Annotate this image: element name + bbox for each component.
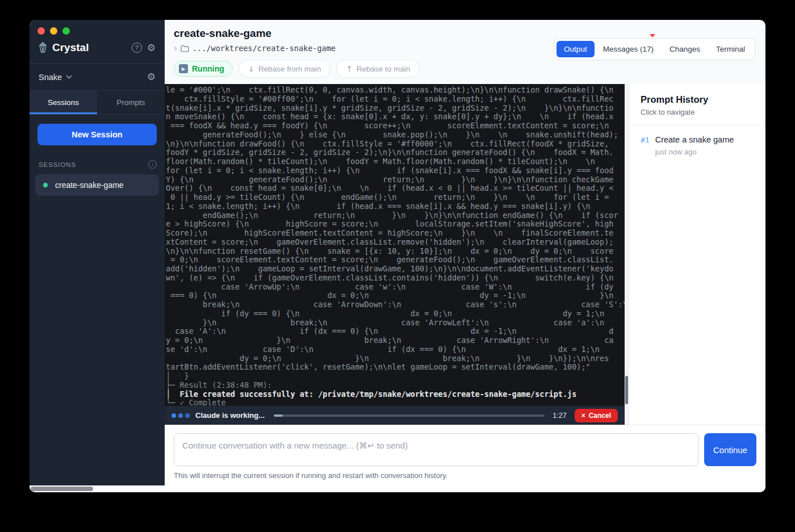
continue-button[interactable]: Continue	[704, 433, 756, 466]
prompt-history-subtitle: Click to navigate	[641, 108, 754, 116]
tab-prompts[interactable]: Prompts	[97, 91, 165, 114]
working-status-bar: Claude is working... 1:27 × Cancel	[165, 406, 625, 425]
notification-caret-icon	[650, 34, 655, 37]
terminal-line: le = '#000';\n ctx.fillRect(0, 0, canvas…	[166, 86, 625, 95]
progress-bar	[274, 414, 545, 417]
sessions-header: SESSIONS i	[30, 153, 165, 174]
play-icon: ▶	[179, 64, 188, 73]
terminal-line: Score);\n highScoreElement.textContent =…	[166, 229, 625, 238]
result-close-brace: │ }	[166, 372, 625, 381]
session-name: create-snake-game	[55, 181, 124, 190]
rebase-to-main-button[interactable]: ↑ Rebase to main	[336, 60, 420, 78]
tab-messages[interactable]: Messages (17)	[596, 41, 661, 57]
tab-sessions[interactable]: Sessions	[30, 91, 97, 114]
terminal-line: ctx.fillStyle = '#00ff00';\n for (let i …	[166, 95, 625, 104]
terminal-code-lines: le = '#000';\n ctx.fillRect(0, 0, canvas…	[166, 86, 625, 372]
terminal-line: y = 0;\n }\n break;\n case 'ArrowRight':…	[166, 336, 625, 345]
session-list-item[interactable]: create-snake-game	[35, 174, 159, 196]
terminal-line: endGame();\n return;\n }\n }\n}\n\nfunct…	[166, 211, 625, 220]
minimize-window-button[interactable]	[50, 27, 57, 35]
maximize-window-button[interactable]	[62, 27, 70, 35]
terminal-line: for (let i = 0; i < snake.length; i++) {…	[166, 166, 625, 175]
window-controls	[30, 20, 165, 37]
terminal-line: generateFood();\n } else {\n snake.pop()…	[166, 131, 625, 140]
terminal-line: = 0;\n scoreElement.textContent = score;…	[166, 255, 625, 265]
working-dots-icon	[171, 413, 190, 418]
terminal-line: floor(Math.random() * tileCount);\n food…	[166, 157, 625, 166]
terminal-line: Y) {\n generateFood();\n return;\n }\n }…	[166, 175, 625, 185]
cancel-button[interactable]: × Cancel	[575, 409, 618, 422]
composer-note: This will interrupt the current session …	[174, 471, 756, 480]
prompt-timestamp: just now ago	[655, 148, 734, 156]
terminal-line: 1; i < snake.length; i++) {\n if (head.x…	[166, 202, 625, 211]
brand-row: Crystal ? ⚙	[30, 37, 165, 64]
app-window: Crystal ? ⚙ Snake ⚙ Sessions Prompts New…	[30, 20, 765, 492]
horizontal-scrollbar-thumb[interactable]	[31, 487, 93, 491]
project-selector[interactable]: Snake ⚙	[30, 64, 165, 91]
view-tabs: Output Messages (17) Changes Terminal	[554, 38, 755, 60]
terminal-line: \n}\n\nfunction resetGame() {\n snake = …	[166, 247, 625, 256]
terminal-line: tartBtn.addEventListener('click', resetG…	[166, 363, 625, 372]
terminal-line: case 'ArrowUp':\n case 'w':\n case 'W':\…	[166, 283, 625, 292]
terminal-line: }\n break;\n case 'ArrowLeft':\n case 'a…	[166, 319, 625, 328]
settings-gear-icon[interactable]: ⚙	[147, 43, 156, 53]
running-label: Running	[192, 64, 224, 73]
rebase-to-main-label: Rebase to main	[357, 65, 411, 73]
sessions-label: SESSIONS	[39, 161, 76, 168]
close-window-button[interactable]	[37, 27, 45, 35]
project-settings-gear-icon[interactable]: ⚙	[147, 72, 156, 82]
crystal-logo-icon	[39, 42, 47, 53]
composer-section: Continue This will interrupt the current…	[165, 425, 765, 492]
vertical-scrollbar-thumb[interactable]	[625, 376, 628, 404]
sidebar-tabs: Sessions Prompts	[30, 91, 165, 115]
rebase-from-main-button[interactable]: ↓ Rebase from main	[238, 60, 331, 78]
tab-changes[interactable]: Changes	[662, 41, 708, 57]
folder-icon	[181, 45, 189, 52]
terminal-line: t(snake[i].x * gridSize, snake[i].y * gr…	[166, 104, 625, 113]
terminal-line: e > highScore) {\n highScore = score;\n …	[166, 220, 625, 229]
terminal-line: break;\n case 'ArrowDown':\n case 's':\n…	[166, 300, 625, 309]
prompt-history-title: Prompt History	[641, 94, 754, 105]
result-header: ├─ Result (2:38:48 PM):	[166, 381, 625, 390]
project-name: Snake	[39, 73, 62, 82]
vertical-scrollbar	[625, 84, 629, 425]
terminal-line: 0 || head.y >= tileCount) {\n endGame();…	[166, 193, 625, 202]
terminal-line: dy = 0;\n }\n break;\n }\n }\n});\n\nres	[166, 354, 625, 363]
tab-terminal[interactable]: Terminal	[709, 41, 752, 57]
rebase-from-main-label: Rebase from main	[258, 65, 321, 73]
tab-output[interactable]: Output	[556, 41, 595, 57]
terminal-line: foodY * gridSize, gridSize - 2, gridSize…	[166, 148, 625, 157]
terminal-output: le = '#000';\n ctx.fillRect(0, 0, canvas…	[165, 84, 625, 406]
terminal-line: wn', (e) => {\n if (gameOverElement.clas…	[166, 274, 625, 283]
session-status-row: ▶ Running ↓ Rebase from main ↑ Rebase to…	[174, 60, 765, 78]
sidebar: Crystal ? ⚙ Snake ⚙ Sessions Prompts New…	[30, 20, 165, 492]
worktree-path: .../worktrees/create-snake-game	[193, 44, 336, 53]
prompt-history-item[interactable]: #1 Create a snake game just now ago	[629, 125, 765, 166]
new-session-button[interactable]: New Session	[37, 124, 157, 145]
terminal-line: n moveSnake() {\n const head = {x: snake…	[166, 112, 625, 122]
result-complete: └─ ✓ Complete	[166, 399, 625, 406]
arrow-up-icon: ↑	[346, 64, 352, 73]
chevron-right-icon[interactable]: ›	[174, 43, 177, 53]
result-file-line: │ File created successfully at: /private…	[166, 390, 625, 399]
arrow-down-icon: ↓	[248, 64, 254, 73]
message-input[interactable]	[174, 433, 698, 466]
help-icon[interactable]: ?	[132, 43, 142, 53]
main-area: create-snake-game › .../worktrees/create…	[165, 20, 765, 492]
close-x-icon: ×	[581, 412, 585, 420]
terminal-line: xtContent = score;\n gameOverElement.cla…	[166, 238, 625, 247]
terminal-line: add('hidden');\n gameLoop = setInterval(…	[166, 265, 625, 274]
terminal-line: case 'A':\n if (dx === 0) {\n dx = -1;\n…	[166, 327, 625, 336]
terminal-line: if (dy === 0) {\n dx = 0;\n dy = 1;\n	[166, 309, 625, 319]
session-status-dot	[43, 183, 48, 187]
horizontal-scrollbar	[30, 485, 165, 492]
prompt-text: Create a snake game	[655, 135, 734, 144]
progress-fill	[274, 414, 283, 417]
working-message: Claude is working...	[195, 411, 265, 420]
chevron-down-icon	[66, 75, 72, 79]
running-status-badge: ▶ Running	[174, 61, 233, 77]
terminal-line: se 'd':\n case 'D':\n if (dx === 0) {\n …	[166, 345, 625, 354]
main-header: create-snake-game › .../worktrees/create…	[165, 20, 765, 84]
info-icon[interactable]: i	[148, 160, 157, 169]
prompt-history-panel: Prompt History Click to navigate #1 Crea…	[629, 84, 765, 425]
